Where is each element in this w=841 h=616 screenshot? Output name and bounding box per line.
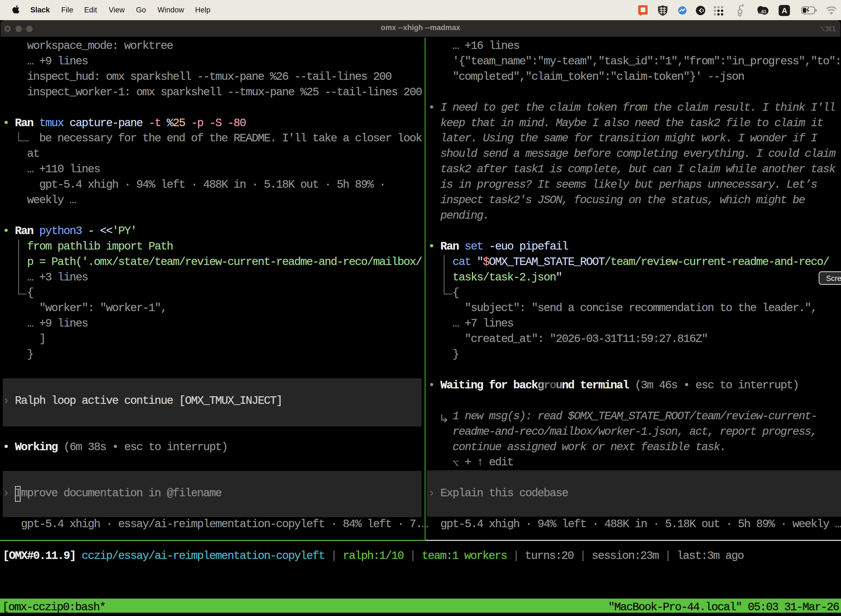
svg-text:A: A xyxy=(782,6,787,15)
svg-text:..61: ..61 xyxy=(759,9,766,14)
